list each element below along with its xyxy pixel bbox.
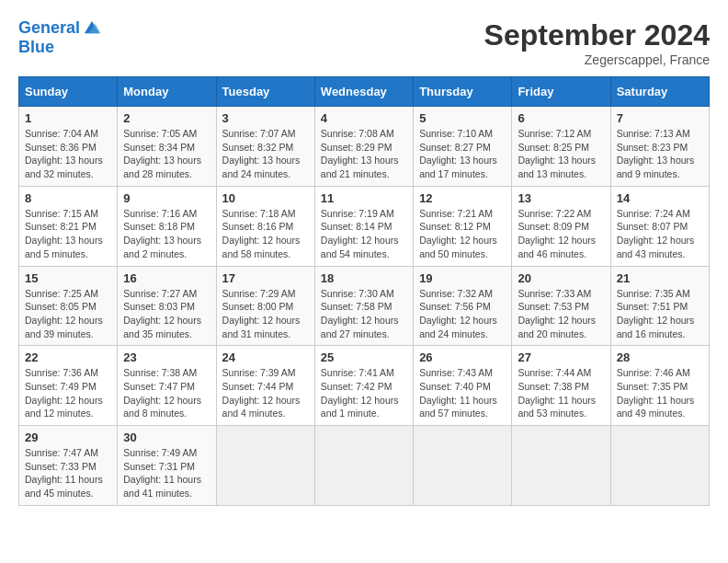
month-title: September 2024: [484, 18, 710, 52]
calendar-week-row: 1Sunrise: 7:04 AM Sunset: 8:36 PM Daylig…: [19, 107, 710, 187]
calendar-cell: 3Sunrise: 7:07 AM Sunset: 8:32 PM Daylig…: [216, 107, 314, 187]
calendar-week-row: 29Sunrise: 7:47 AM Sunset: 7:33 PM Dayli…: [19, 426, 710, 506]
day-info: Sunrise: 7:27 AM Sunset: 8:03 PM Dayligh…: [123, 287, 210, 341]
calendar-header-row: SundayMondayTuesdayWednesdayThursdayFrid…: [19, 77, 710, 107]
logo: General Blue: [18, 18, 102, 57]
day-info: Sunrise: 7:35 AM Sunset: 7:51 PM Dayligh…: [617, 287, 703, 341]
calendar-cell: 13Sunrise: 7:22 AM Sunset: 8:09 PM Dayli…: [512, 186, 610, 266]
day-info: Sunrise: 7:15 AM Sunset: 8:21 PM Dayligh…: [25, 207, 111, 261]
day-number: 22: [25, 350, 111, 364]
calendar-cell: 6Sunrise: 7:12 AM Sunset: 8:25 PM Daylig…: [512, 107, 610, 187]
calendar-cell: 29Sunrise: 7:47 AM Sunset: 7:33 PM Dayli…: [19, 426, 118, 506]
calendar-cell: 23Sunrise: 7:38 AM Sunset: 7:47 PM Dayli…: [118, 346, 216, 426]
page-header: General Blue September 2024 Zegerscappel…: [18, 18, 710, 67]
calendar-cell: 1Sunrise: 7:04 AM Sunset: 8:36 PM Daylig…: [19, 107, 118, 187]
calendar-cell: 21Sunrise: 7:35 AM Sunset: 7:51 PM Dayli…: [610, 266, 709, 346]
calendar-cell: 2Sunrise: 7:05 AM Sunset: 8:34 PM Daylig…: [118, 107, 216, 187]
calendar-cell: 17Sunrise: 7:29 AM Sunset: 8:00 PM Dayli…: [216, 266, 314, 346]
day-number: 30: [123, 431, 210, 444]
day-number: 4: [321, 111, 407, 125]
day-number: 21: [617, 271, 703, 285]
weekday-header-thursday: Thursday: [414, 77, 512, 107]
day-number: 12: [419, 191, 506, 205]
calendar-cell: 16Sunrise: 7:27 AM Sunset: 8:03 PM Dayli…: [118, 266, 216, 346]
day-info: Sunrise: 7:36 AM Sunset: 7:49 PM Dayligh…: [25, 366, 111, 420]
day-number: 10: [222, 191, 309, 205]
weekday-header-tuesday: Tuesday: [216, 77, 314, 107]
day-info: Sunrise: 7:30 AM Sunset: 7:58 PM Dayligh…: [321, 287, 407, 341]
day-info: Sunrise: 7:25 AM Sunset: 8:05 PM Dayligh…: [25, 287, 111, 341]
calendar-cell: 15Sunrise: 7:25 AM Sunset: 8:05 PM Dayli…: [19, 266, 118, 346]
day-number: 17: [222, 271, 309, 285]
weekday-header-sunday: Sunday: [19, 77, 118, 107]
day-info: Sunrise: 7:24 AM Sunset: 8:07 PM Dayligh…: [617, 207, 703, 261]
day-info: Sunrise: 7:07 AM Sunset: 8:32 PM Dayligh…: [222, 127, 309, 181]
calendar-cell: 24Sunrise: 7:39 AM Sunset: 7:44 PM Dayli…: [216, 346, 314, 426]
calendar-cell: [610, 426, 709, 506]
day-number: 29: [25, 431, 111, 444]
day-number: 20: [518, 271, 604, 285]
calendar-cell: 26Sunrise: 7:43 AM Sunset: 7:40 PM Dayli…: [414, 346, 512, 426]
day-number: 24: [222, 350, 309, 364]
day-info: Sunrise: 7:41 AM Sunset: 7:42 PM Dayligh…: [321, 366, 407, 420]
day-info: Sunrise: 7:32 AM Sunset: 7:56 PM Dayligh…: [419, 287, 506, 341]
calendar-cell: 10Sunrise: 7:18 AM Sunset: 8:16 PM Dayli…: [216, 186, 314, 266]
calendar-cell: 20Sunrise: 7:33 AM Sunset: 7:53 PM Dayli…: [512, 266, 610, 346]
day-info: Sunrise: 7:43 AM Sunset: 7:40 PM Dayligh…: [419, 366, 506, 420]
day-info: Sunrise: 7:49 AM Sunset: 7:31 PM Dayligh…: [123, 446, 210, 500]
calendar-cell: 30Sunrise: 7:49 AM Sunset: 7:31 PM Dayli…: [118, 426, 216, 506]
day-number: 7: [617, 111, 703, 125]
calendar-cell: [314, 426, 413, 506]
day-number: 11: [321, 191, 407, 205]
day-number: 5: [419, 111, 506, 125]
day-info: Sunrise: 7:44 AM Sunset: 7:38 PM Dayligh…: [518, 366, 604, 420]
calendar-cell: 28Sunrise: 7:46 AM Sunset: 7:35 PM Dayli…: [610, 346, 709, 426]
location: Zegerscappel, France: [484, 52, 710, 67]
day-number: 25: [321, 350, 407, 364]
calendar-cell: 7Sunrise: 7:13 AM Sunset: 8:23 PM Daylig…: [610, 107, 709, 187]
day-number: 19: [419, 271, 506, 285]
day-number: 14: [617, 191, 703, 205]
day-number: 27: [518, 350, 604, 364]
day-info: Sunrise: 7:04 AM Sunset: 8:36 PM Dayligh…: [25, 127, 111, 181]
calendar-week-row: 22Sunrise: 7:36 AM Sunset: 7:49 PM Dayli…: [19, 346, 710, 426]
calendar-body: 1Sunrise: 7:04 AM Sunset: 8:36 PM Daylig…: [19, 107, 710, 506]
calendar-cell: 25Sunrise: 7:41 AM Sunset: 7:42 PM Dayli…: [314, 346, 413, 426]
calendar-cell: 27Sunrise: 7:44 AM Sunset: 7:38 PM Dayli…: [512, 346, 610, 426]
day-number: 13: [518, 191, 604, 205]
day-number: 15: [25, 271, 111, 285]
day-info: Sunrise: 7:21 AM Sunset: 8:12 PM Dayligh…: [419, 207, 506, 261]
day-info: Sunrise: 7:29 AM Sunset: 8:00 PM Dayligh…: [222, 287, 309, 341]
day-info: Sunrise: 7:18 AM Sunset: 8:16 PM Dayligh…: [222, 207, 309, 261]
day-number: 23: [123, 350, 210, 364]
logo-text: General Blue: [18, 18, 102, 57]
calendar-cell: [216, 426, 314, 506]
day-number: 16: [123, 271, 210, 285]
day-info: Sunrise: 7:13 AM Sunset: 8:23 PM Dayligh…: [617, 127, 703, 181]
day-number: 1: [25, 111, 111, 125]
day-number: 2: [123, 111, 210, 125]
day-info: Sunrise: 7:47 AM Sunset: 7:33 PM Dayligh…: [25, 446, 111, 500]
day-info: Sunrise: 7:10 AM Sunset: 8:27 PM Dayligh…: [419, 127, 506, 181]
day-number: 28: [617, 350, 703, 364]
calendar-week-row: 15Sunrise: 7:25 AM Sunset: 8:05 PM Dayli…: [19, 266, 710, 346]
calendar-cell: 12Sunrise: 7:21 AM Sunset: 8:12 PM Dayli…: [414, 186, 512, 266]
day-info: Sunrise: 7:39 AM Sunset: 7:44 PM Dayligh…: [222, 366, 309, 420]
day-number: 26: [419, 350, 506, 364]
calendar-cell: [414, 426, 512, 506]
weekday-header-friday: Friday: [512, 77, 610, 107]
day-info: Sunrise: 7:12 AM Sunset: 8:25 PM Dayligh…: [518, 127, 604, 181]
day-info: Sunrise: 7:22 AM Sunset: 8:09 PM Dayligh…: [518, 207, 604, 261]
weekday-header-saturday: Saturday: [610, 77, 709, 107]
weekday-header-wednesday: Wednesday: [314, 77, 413, 107]
day-number: 3: [222, 111, 309, 125]
day-info: Sunrise: 7:05 AM Sunset: 8:34 PM Dayligh…: [123, 127, 210, 181]
calendar-cell: 5Sunrise: 7:10 AM Sunset: 8:27 PM Daylig…: [414, 107, 512, 187]
calendar-table: SundayMondayTuesdayWednesdayThursdayFrid…: [18, 76, 710, 506]
day-info: Sunrise: 7:08 AM Sunset: 8:29 PM Dayligh…: [321, 127, 407, 181]
calendar-week-row: 8Sunrise: 7:15 AM Sunset: 8:21 PM Daylig…: [19, 186, 710, 266]
day-info: Sunrise: 7:33 AM Sunset: 7:53 PM Dayligh…: [518, 287, 604, 341]
title-block: September 2024 Zegerscappel, France: [484, 18, 710, 67]
calendar-cell: 9Sunrise: 7:16 AM Sunset: 8:18 PM Daylig…: [118, 186, 216, 266]
day-number: 9: [123, 191, 210, 205]
